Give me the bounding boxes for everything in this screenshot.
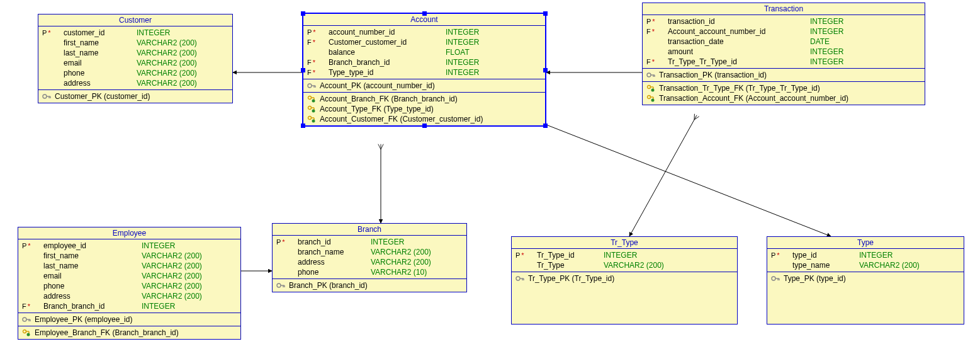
column-row[interactable]: phoneVARCHAR2 (10) [273, 267, 466, 277]
fk-row[interactable]: Account_Branch_FK (Branch_branch_id) [303, 94, 545, 104]
svg-point-26 [647, 73, 651, 77]
column-name: branch_name [298, 248, 367, 256]
column-type: FLOAT [446, 48, 470, 57]
pk-icon [22, 316, 31, 323]
column-row[interactable]: F*Customer_customer_idINTEGER [303, 37, 545, 47]
column-row[interactable]: transaction_dateDATE [643, 37, 925, 47]
pk-row[interactable]: Customer_PK (customer_id) [38, 91, 232, 101]
column-row[interactable]: emailVARCHAR2 (200) [38, 58, 232, 68]
column-row[interactable]: P*Tr_Type_idINTEGER [512, 250, 737, 260]
column-row[interactable]: P*type_idINTEGER [767, 250, 964, 260]
key-label: Transaction_Tr_Type_FK (Tr_Type_Tr_Type_… [659, 84, 820, 93]
column-name: address [64, 79, 133, 88]
column-name: email [43, 272, 138, 280]
column-row[interactable]: F*Tr_Type_Tr_Type_idINTEGER [643, 57, 925, 67]
pk-row[interactable]: Transaction_PK (transaction_id) [643, 70, 925, 80]
pk-row[interactable]: Type_PK (type_id) [767, 273, 964, 284]
column-type: INTEGER [446, 68, 479, 77]
fk-row[interactable]: Transaction_Tr_Type_FK (Tr_Type_Tr_Type_… [643, 83, 925, 93]
svg-point-50 [516, 277, 520, 280]
svg-line-4 [546, 125, 831, 236]
keys-section: Branch_PK (branch_id) [273, 279, 466, 292]
column-row[interactable]: emailVARCHAR2 (200) [18, 271, 240, 281]
column-row[interactable]: P*employee_idINTEGER [18, 241, 240, 251]
column-row[interactable]: addressVARCHAR2 (200) [273, 257, 466, 267]
column-row[interactable]: branch_nameVARCHAR2 (200) [273, 247, 466, 257]
column-row[interactable]: amountINTEGER [643, 47, 925, 57]
svg-point-14 [308, 96, 312, 100]
key-label: Transaction_PK (transaction_id) [659, 71, 767, 79]
column-row[interactable]: type_nameVARCHAR2 (200) [767, 260, 964, 270]
column-row[interactable]: P*customer_idINTEGER [38, 28, 232, 38]
column-name: type_name [792, 261, 855, 270]
column-type: VARCHAR2 (200) [137, 49, 197, 57]
entity-type[interactable]: Type P*type_idINTEGERtype_nameVARCHAR2 (… [767, 236, 964, 324]
column-row[interactable]: P*account_number_idINTEGER [303, 27, 545, 37]
column-row[interactable]: first_nameVARCHAR2 (200) [18, 251, 240, 261]
column-row[interactable]: last_nameVARCHAR2 (200) [18, 261, 240, 271]
column-type: INTEGER [142, 241, 175, 250]
entity-transaction[interactable]: Transaction P*transaction_idINTEGERF*Acc… [642, 3, 925, 105]
column-type: INTEGER [810, 47, 843, 56]
column-name: first_name [43, 251, 138, 260]
column-row[interactable]: balanceFLOAT [303, 47, 545, 57]
svg-point-17 [312, 100, 315, 103]
column-type: VARCHAR2 (200) [137, 79, 197, 88]
pk-row[interactable]: Employee_PK (employee_id) [18, 314, 240, 324]
column-type: INTEGER [446, 58, 479, 67]
fk-row[interactable]: Employee_Branch_FK (Branch_branch_id) [18, 328, 240, 338]
column-row[interactable]: last_nameVARCHAR2 (200) [38, 48, 232, 58]
pk-row[interactable]: Branch_PK (branch_id) [273, 280, 466, 290]
svg-point-10 [308, 84, 312, 88]
column-row[interactable]: P*transaction_idINTEGER [643, 16, 925, 26]
key-label: Account_Branch_FK (Branch_branch_id) [320, 95, 458, 103]
svg-point-33 [651, 89, 655, 92]
pk-row[interactable]: Account_PK (account_number_id) [303, 81, 545, 91]
column-name: transaction_id [668, 17, 806, 26]
column-name: Tr_Type_id [537, 251, 600, 260]
svg-point-42 [23, 330, 26, 333]
column-row[interactable]: F*Branch_branch_idINTEGER [303, 57, 545, 67]
column-row[interactable]: F*Account_account_number_idINTEGER [643, 26, 925, 37]
columns-section: P*transaction_idINTEGERF*Account_account… [643, 15, 925, 69]
entity-customer[interactable]: Customer P*customer_idINTEGERfirst_nameV… [38, 14, 233, 103]
entity-employee[interactable]: Employee P*employee_idINTEGERfirst_nameV… [18, 227, 241, 340]
column-type: VARCHAR2 (10) [371, 268, 427, 277]
column-name: customer_id [64, 28, 133, 37]
column-type: DATE [810, 37, 830, 46]
pk-icon [42, 93, 51, 100]
column-row[interactable]: phoneVARCHAR2 (200) [38, 68, 232, 78]
column-row[interactable]: Tr_TypeVARCHAR2 (200) [512, 260, 737, 270]
column-row[interactable]: first_nameVARCHAR2 (200) [38, 38, 232, 48]
column-type: INTEGER [142, 302, 175, 311]
pk-row[interactable]: Tr_Type_PK (Tr_Type_id) [512, 273, 737, 284]
column-row[interactable]: addressVARCHAR2 (200) [38, 78, 232, 88]
column-type: VARCHAR2 (200) [604, 261, 664, 270]
svg-point-22 [308, 117, 312, 120]
key-label: Employee_Branch_FK (Branch_branch_id) [35, 328, 179, 337]
column-name: branch_id [298, 238, 367, 246]
column-row[interactable]: F*Branch_branch_idINTEGER [18, 301, 240, 311]
column-flags: F* [22, 302, 40, 310]
columns-section: P*account_number_idINTEGERF*Customer_cus… [303, 26, 545, 79]
column-row[interactable]: P*branch_idINTEGER [273, 237, 466, 247]
erd-canvas[interactable]: Customer P*customer_idINTEGERfirst_nameV… [0, 0, 980, 356]
column-flags: P* [515, 251, 533, 259]
key-label: Employee_PK (employee_id) [35, 315, 132, 324]
column-type: INTEGER [810, 17, 843, 26]
fk-row[interactable]: Account_Customer_FK (Customer_customer_i… [303, 114, 545, 124]
fk-row[interactable]: Account_Type_FK (Type_type_id) [303, 104, 545, 114]
column-row[interactable]: F*Type_type_idINTEGER [303, 67, 545, 78]
fk-row[interactable]: Transaction_Account_FK (Account_account_… [643, 93, 925, 103]
column-row[interactable]: phoneVARCHAR2 (200) [18, 281, 240, 291]
entity-tr-type[interactable]: Tr_Type P*Tr_Type_idINTEGERTr_TypeVARCHA… [511, 236, 738, 324]
entity-account[interactable]: Account P*account_number_idINTEGERF*Cust… [302, 13, 546, 127]
column-row[interactable]: addressVARCHAR2 (200) [18, 291, 240, 301]
column-name: Type_type_id [329, 68, 442, 77]
entity-branch[interactable]: Branch P*branch_idINTEGERbranch_nameVARC… [272, 223, 467, 292]
pk-icon [771, 275, 780, 282]
column-type: VARCHAR2 (200) [371, 258, 431, 267]
column-name: Branch_branch_id [329, 58, 442, 67]
fk-icon [307, 105, 316, 113]
column-name: first_name [64, 38, 133, 47]
